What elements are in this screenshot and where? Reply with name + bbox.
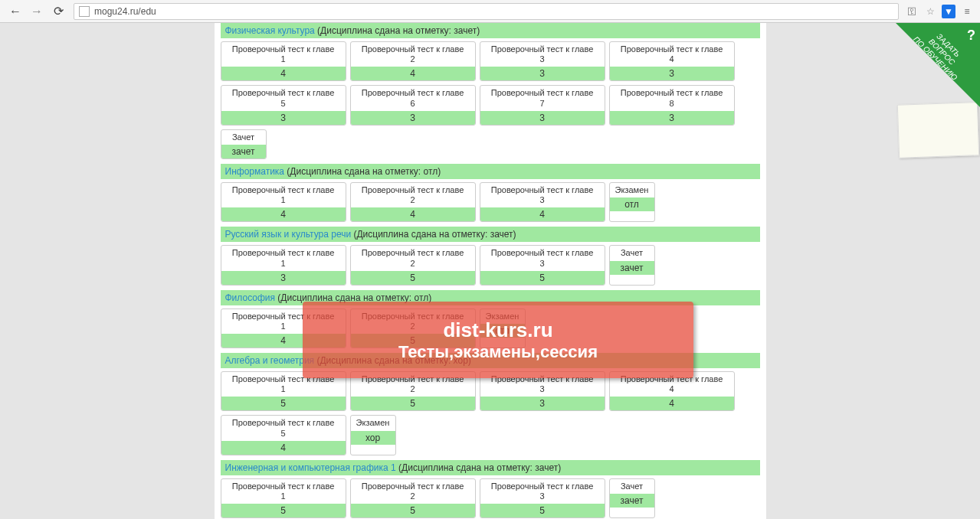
card-grade: 4 [221, 207, 346, 221]
discipline-status: (Дисциплина сдана на отметку: зачет) [396, 462, 561, 473]
card-title: Проверочный тест к главе2 [351, 372, 475, 397]
card-grade: 5 [351, 334, 475, 348]
help-ribbon[interactable]: ? ЗАДАТЬ ВОПРОС ПО ОБУЧЕНИЮ [880, 23, 980, 122]
card-grade: 5 [480, 271, 605, 285]
discipline-block: Русский язык и культура речи (Дисциплина… [221, 227, 760, 285]
reload-button[interactable]: ⟳ [49, 2, 67, 21]
card-title: Проверочный тест к главе1 [221, 246, 346, 270]
exam-card[interactable]: Экзаменотл [480, 308, 526, 348]
card-title: Проверочный тест к главе1 [221, 479, 346, 504]
menu-icon[interactable]: ≡ [960, 5, 974, 18]
card-title: Экзамен [480, 309, 525, 324]
exam-card[interactable]: Зачетзачет [221, 129, 267, 159]
discipline-link[interactable]: Инженерная и компьютерная графика 1 [225, 462, 396, 473]
card-grade: 3 [610, 67, 734, 80]
test-card[interactable]: Проверочный тест к главе63 [350, 85, 476, 125]
test-card[interactable]: Проверочный тест к главе33 [480, 371, 605, 411]
page-content: Физическая культура (Дисциплина сдана на… [215, 23, 766, 519]
card-grade: хор [351, 431, 395, 445]
card-grade: 3 [351, 111, 475, 125]
test-card[interactable]: Проверочный тест к главе14 [221, 308, 346, 348]
test-card[interactable]: Проверочный тест к главе53 [221, 85, 346, 125]
test-card[interactable]: Проверочный тест к главе44 [609, 371, 735, 411]
card-grade: 5 [480, 504, 605, 517]
card-grade: 4 [221, 67, 346, 80]
test-card[interactable]: Проверочный тест к главе25 [350, 371, 476, 411]
card-title: Проверочный тест к главе2 [351, 183, 475, 207]
card-grade: 5 [351, 397, 475, 410]
exam-card[interactable]: Экзаменхор [350, 415, 396, 455]
discipline-header: Инженерная и компьютерная графика 1 (Дис… [221, 460, 760, 475]
card-row: Проверочный тест к главе14Проверочный те… [221, 41, 760, 159]
card-title: Зачет [610, 479, 654, 494]
card-grade: зачет [610, 261, 654, 275]
discipline-status: (Дисциплина сдана на отметку: хор) [314, 355, 471, 366]
card-row: Проверочный тест к главе14Проверочный те… [221, 308, 760, 348]
test-card[interactable]: Проверочный тест к главе33 [480, 41, 605, 81]
card-title: Проверочный тест к главе3 [480, 479, 605, 504]
card-title: Проверочный тест к главе8 [610, 86, 734, 110]
test-card[interactable]: Проверочный тест к главе14 [221, 41, 346, 81]
card-grade: 3 [221, 271, 346, 285]
discipline-link[interactable]: Философия [225, 292, 276, 303]
test-card[interactable]: Проверочный тест к главе25 [350, 308, 476, 348]
card-grade: 3 [610, 111, 734, 125]
card-title: Проверочный тест к главе2 [351, 309, 475, 334]
card-grade: отл [610, 197, 654, 211]
test-card[interactable]: Проверочный тест к главе15 [221, 371, 346, 411]
test-card[interactable]: Проверочный тест к главе83 [609, 85, 735, 125]
test-card[interactable]: Проверочный тест к главе14 [221, 182, 346, 222]
star-icon[interactable]: ☆ [923, 5, 937, 18]
test-card[interactable]: Проверочный тест к главе24 [350, 182, 476, 222]
test-card[interactable]: Проверочный тест к главе34 [480, 182, 605, 222]
card-title: Проверочный тест к главе1 [221, 183, 346, 207]
card-grade: 4 [480, 207, 605, 221]
key-icon[interactable]: ⚿ [905, 5, 919, 18]
test-card[interactable]: Проверочный тест к главе15 [221, 478, 346, 518]
test-card[interactable]: Проверочный тест к главе25 [350, 478, 476, 518]
card-grade: 4 [221, 334, 346, 348]
exam-card[interactable]: Зачетзачет [609, 245, 655, 285]
discipline-link[interactable]: Русский язык и культура речи [225, 229, 352, 240]
card-row: Проверочный тест к главе15Проверочный те… [221, 478, 760, 518]
page-icon [79, 6, 90, 17]
exam-card[interactable]: Зачетзачет [609, 478, 655, 518]
card-row: Проверочный тест к главе13Проверочный те… [221, 245, 760, 285]
card-grade: 3 [480, 111, 605, 125]
discipline-link[interactable]: Физическая культура [225, 25, 315, 36]
card-title: Проверочный тест к главе3 [480, 246, 605, 270]
card-grade: 4 [351, 207, 475, 221]
discipline-status: (Дисциплина сдана на отметку: зачет) [315, 25, 480, 36]
discipline-header: Философия (Дисциплина сдана на отметку: … [221, 290, 760, 305]
discipline-block: Физическая культура (Дисциплина сдана на… [221, 23, 760, 159]
browser-toolbar: ← → ⟳ mogu24.ru/edu ⚿ ☆ ▼ ≡ [0, 0, 980, 23]
address-bar[interactable]: mogu24.ru/edu [74, 3, 899, 20]
discipline-block: Философия (Дисциплина сдана на отметку: … [221, 290, 760, 348]
back-button[interactable]: ← [6, 2, 25, 21]
discipline-header: Информатика (Дисциплина сдана на отметку… [221, 164, 760, 179]
test-card[interactable]: Проверочный тест к главе43 [609, 41, 735, 81]
url-text: mogu24.ru/edu [94, 6, 156, 17]
test-card[interactable]: Проверочный тест к главе13 [221, 245, 346, 285]
test-card[interactable]: Проверочный тест к главе25 [350, 245, 476, 285]
card-title: Проверочный тест к главе2 [351, 246, 475, 270]
forward-button[interactable]: → [28, 2, 46, 21]
discipline-header: Русский язык и культура речи (Дисциплина… [221, 227, 760, 242]
test-card[interactable]: Проверочный тест к главе24 [350, 41, 476, 81]
discipline-link[interactable]: Алгебра и геометрия [225, 355, 315, 366]
card-grade: 4 [610, 397, 734, 410]
viewport: Физическая культура (Дисциплина сдана на… [0, 23, 980, 519]
test-card[interactable]: Проверочный тест к главе54 [221, 415, 346, 455]
card-title: Проверочный тест к главе7 [480, 86, 605, 110]
card-grade: зачет [610, 494, 654, 508]
card-row: Проверочный тест к главе14Проверочный те… [221, 182, 760, 222]
discipline-status: (Дисциплина сдана на отметку: отл) [275, 292, 431, 303]
card-title: Проверочный тест к главе3 [480, 42, 605, 67]
test-card[interactable]: Проверочный тест к главе35 [480, 478, 605, 518]
test-card[interactable]: Проверочный тест к главе35 [480, 245, 605, 285]
card-grade: 3 [221, 111, 346, 125]
exam-card[interactable]: Экзаменотл [609, 182, 655, 222]
download-icon[interactable]: ▼ [942, 5, 955, 18]
discipline-link[interactable]: Информатика [225, 166, 285, 177]
test-card[interactable]: Проверочный тест к главе73 [480, 85, 605, 125]
